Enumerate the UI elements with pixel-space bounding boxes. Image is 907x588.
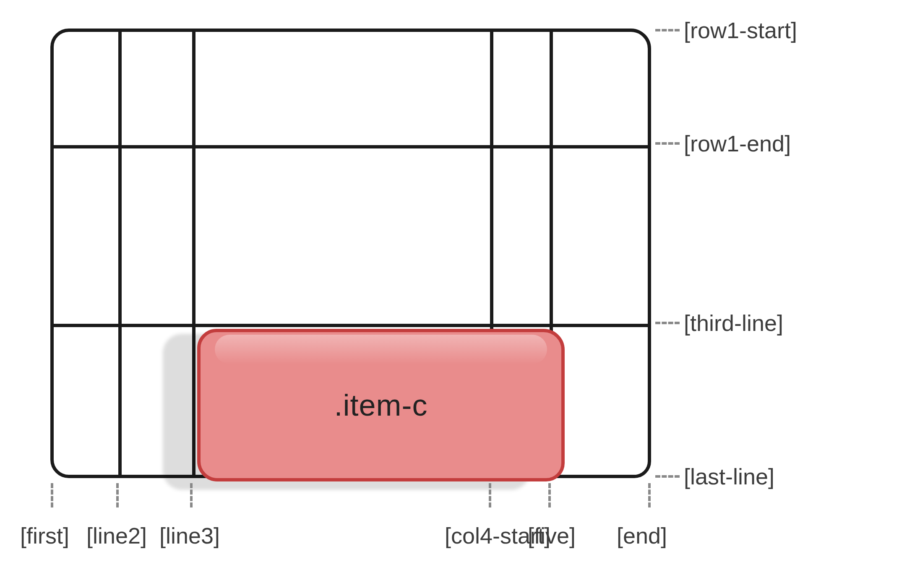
grid-row-line-3 <box>54 324 648 327</box>
grid-column-line-2 <box>118 32 122 475</box>
col-label-five: [five] <box>528 523 576 549</box>
row-tick-row1-end <box>655 142 680 145</box>
col-tick-first <box>51 483 53 507</box>
row-tick-row1-start <box>655 29 680 31</box>
row-tick-third-line <box>655 322 680 324</box>
col-label-end: [end] <box>617 523 667 549</box>
diagram-stage: .item-c [row1-start] [row1-end] [third-l… <box>0 0 907 588</box>
row-label-last-line: [last-line] <box>684 463 774 489</box>
col-tick-line2 <box>116 483 119 507</box>
row-tick-last-line <box>655 475 680 478</box>
col-tick-line3 <box>190 483 193 507</box>
col-tick-end <box>648 483 651 507</box>
col-tick-col4-start <box>489 483 491 507</box>
col-label-first: [first] <box>20 523 69 549</box>
row-label-row1-end: [row1-end] <box>684 130 791 156</box>
col-label-line3: [line3] <box>159 523 220 549</box>
grid-item-c: .item-c <box>197 329 565 481</box>
row-label-third-line: [third-line] <box>684 310 783 336</box>
col-label-line2: [line2] <box>86 523 147 549</box>
grid-item-c-label: .item-c <box>334 388 428 422</box>
col-tick-five <box>548 483 551 507</box>
grid-row-line-2 <box>54 145 648 148</box>
row-label-row1-start: [row1-start] <box>684 17 797 43</box>
